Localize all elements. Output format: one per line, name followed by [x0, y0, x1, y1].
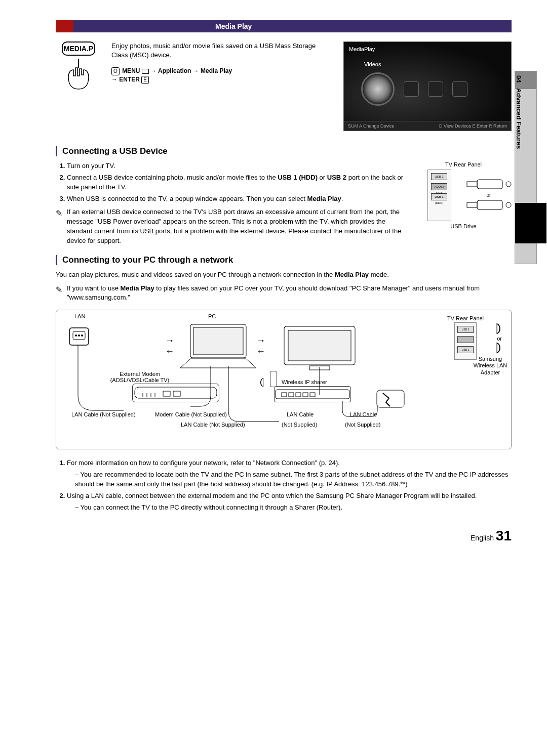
modem-label-b: (ADSL/VDSL/Cable TV): [110, 377, 170, 383]
menu-button-icon: O: [111, 67, 120, 75]
sharer-device: [274, 386, 351, 402]
network-note-a: If you want to use: [67, 284, 121, 292]
lan-cable-2: LAN Cable: [350, 411, 377, 417]
usb2-port: USB 2: [431, 173, 447, 180]
chapter-number: 04: [515, 75, 523, 82]
arrow-left-1: →←: [165, 335, 174, 357]
tvshot-footer-left: SUM A Change Device: [348, 123, 395, 129]
lan-cable-ns-1: LAN Cable (Not Supplied): [71, 411, 136, 417]
svg-point-8: [78, 334, 80, 337]
photos-icon: [404, 81, 419, 97]
tv-panel-group: TV Rear Panel USB 2 USB 1: [438, 315, 493, 360]
adapter-label: Samsung Wireless LAN Adapter: [473, 356, 508, 376]
modem-label-a: External Modem: [120, 371, 160, 377]
mediaplay-bold: Media Play: [307, 195, 341, 202]
page-footer: English 31: [56, 528, 512, 544]
lan-cable-ns-2: LAN Cable (Not Supplied): [181, 422, 245, 428]
network-heading: Connecting to your PC through a network: [56, 255, 512, 265]
svg-point-7: [75, 334, 77, 337]
pc-laptop-icon: [175, 322, 261, 373]
svg-rect-4: [477, 200, 502, 209]
lan-cable-1: LAN Cable: [287, 411, 314, 417]
svg-point-2: [506, 182, 511, 187]
usb2-bold: USB 2: [327, 174, 346, 181]
svg-rect-14: [288, 330, 351, 361]
modem-cable-ns: Modem Cable (Not Supplied): [155, 411, 227, 417]
usb-drive-label: USB Drive: [415, 223, 512, 229]
pc-label: PC: [208, 313, 216, 319]
usb-heading: Connecting a USB Device: [56, 146, 512, 156]
section-title: Media Play: [215, 22, 252, 30]
mediap-icon-box: MEDIA.P: [56, 41, 101, 94]
sharer-wifi-icon: ⦇: [259, 376, 265, 388]
network-step-2: Using a LAN cable, connect between the e…: [67, 491, 512, 513]
network-step-1-text: For more information on how to configure…: [67, 459, 340, 467]
mediaplay-desc: Enjoy photos, music and/or movie files s…: [111, 41, 333, 60]
usb-fig-or: or: [466, 192, 512, 198]
svg-rect-29: [377, 390, 404, 407]
sharer-label: Wireless IP sharer: [282, 379, 327, 385]
audio-out-port: AUDIO OUT: [431, 183, 447, 190]
lan-router-icon: [69, 327, 89, 346]
tv-rear-label: TV Rear Panel: [438, 315, 493, 321]
usb1-bold: USB 1 (HDD): [278, 174, 318, 181]
network-intro-b: mode.: [369, 271, 389, 278]
lan-label: LAN: [74, 313, 85, 319]
arrow-left-2: →←: [256, 335, 265, 357]
network-step-1-sub: You are recommended to locate both the T…: [75, 470, 512, 489]
chapter-label: Advanced Features: [515, 88, 523, 149]
section-title-bar: Media Play: [56, 20, 512, 32]
menu-icon: [142, 69, 149, 74]
svg-rect-15: [309, 366, 330, 370]
tv-screenshot: MediaPlay Videos SUM A Change Device D V…: [343, 41, 512, 131]
tv-icon: [279, 323, 360, 374]
usb-drive-bottom-icon: [466, 198, 512, 212]
not-supplied-2: (Not Supplied): [345, 422, 380, 428]
nav-enter: → ENTER: [111, 76, 140, 83]
network-diagram: LAN PC →← →← TV Rear Panel USB 2 USB 1 ⦈: [56, 310, 512, 449]
svg-point-5: [506, 202, 511, 207]
modem-label: External Modem (ADSL/VDSL/Cable TV): [107, 371, 173, 383]
tvshot-footer-right: D View Devices E Enter R Return: [439, 123, 507, 129]
note-icon: ✎: [56, 207, 67, 245]
not-supplied-1: (Not Supplied): [282, 422, 317, 428]
footer-page: 31: [496, 528, 512, 543]
tvshot-title: MediaPlay: [349, 46, 375, 52]
network-step-2-sub: You can connect the TV to the PC directl…: [75, 503, 512, 513]
nav-menu: MENU: [122, 67, 140, 74]
svg-rect-11: [193, 327, 243, 355]
settings-icon: [452, 81, 467, 97]
side-black-block: [515, 203, 546, 243]
film-reel-icon: [361, 72, 395, 106]
adapter-device: [373, 386, 408, 411]
network-note: If you want to use Media Play to play fi…: [67, 284, 512, 303]
tvshot-videos: Videos: [364, 61, 381, 67]
nav-path-line: O MENU → Application → Media Play → ENTE…: [111, 67, 333, 84]
network-intro-bold: Media Play: [335, 271, 369, 278]
network-note-bold: Media Play: [121, 284, 154, 292]
modem-device: [132, 384, 219, 402]
svg-rect-3: [467, 202, 477, 207]
chapter-tab: 04 Advanced Features: [515, 71, 537, 264]
hand-icon: [63, 57, 94, 92]
usb-fig-top-label: TV Rear Panel: [415, 161, 512, 167]
tv-panel-inner: USB 2 USB 1: [454, 322, 477, 360]
usb-note: If an external USB device connected to t…: [67, 207, 410, 245]
usb-drive-top-icon: [466, 178, 512, 191]
footer-lang: English: [471, 534, 494, 542]
wifi-waves-bottom: ⦈: [495, 341, 502, 355]
svg-marker-12: [180, 359, 256, 368]
enter-icon: E: [141, 76, 149, 84]
music-icon: [428, 81, 443, 97]
network-intro-a: You can play pictures, music and videos …: [56, 271, 335, 278]
nav-path: → Application → Media Play: [150, 67, 232, 74]
network-intro: You can play pictures, music and videos …: [56, 270, 512, 280]
network-step-2-text: Using a LAN cable, connect between the e…: [67, 492, 477, 499]
network-step-1: For more information on how to configure…: [67, 458, 512, 489]
wifi-waves-top: ⦈: [495, 321, 502, 335]
usb1-port: USB 1 (HDD): [431, 193, 447, 200]
tv-rear-panel-box: USB 2 AUDIO OUT USB 1 (HDD): [427, 170, 451, 221]
svg-point-9: [81, 334, 83, 337]
sharer-antenna: [270, 371, 277, 387]
network-steps: For more information on how to configure…: [56, 458, 512, 512]
